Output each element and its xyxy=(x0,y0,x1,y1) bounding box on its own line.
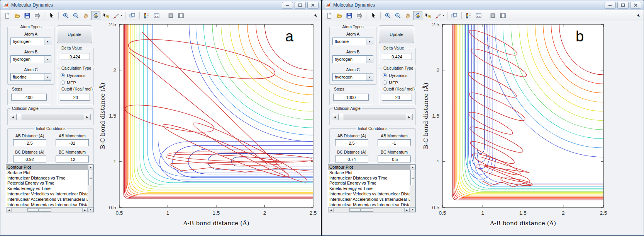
cutoff-field[interactable]: -20 xyxy=(60,94,90,101)
bc-momentum-field[interactable]: -0.5 xyxy=(378,156,411,162)
minimize-button[interactable] xyxy=(282,2,293,9)
maximize-button[interactable] xyxy=(295,2,306,9)
mep-radio[interactable]: MEP xyxy=(61,80,85,86)
list-item[interactable]: Internuclear Momenta vs Internuclear Dis… xyxy=(6,202,88,207)
save-icon[interactable] xyxy=(344,11,354,20)
data-cursor-icon[interactable] xyxy=(423,11,432,20)
open-file-icon[interactable] xyxy=(334,11,344,20)
mep-radio[interactable]: MEP xyxy=(383,80,407,86)
vertical-scrollbar-thumb[interactable] xyxy=(410,170,415,185)
hide-plot-tools-icon[interactable] xyxy=(488,11,498,20)
slider-thumb[interactable] xyxy=(338,114,344,120)
ab-momentum-field[interactable]: -02 xyxy=(56,139,89,146)
scroll-left-icon[interactable]: ◀ xyxy=(328,208,334,212)
steps-field[interactable]: 400 xyxy=(11,94,47,101)
delta-value-field[interactable]: 0.424 xyxy=(60,53,90,60)
dynamics-radio[interactable]: Dynamics xyxy=(61,72,85,78)
collision-angle-slider[interactable]: ◀ ▶ xyxy=(332,114,413,120)
horizontal-scrollbar-thumb[interactable] xyxy=(27,208,51,212)
minimize-button[interactable] xyxy=(605,2,616,9)
plot-type-listbox[interactable]: Contour PlotSurface PlotInternuclear Dis… xyxy=(328,164,416,212)
list-item[interactable]: Surface Plot xyxy=(328,170,410,176)
vertical-scrollbar-track[interactable] xyxy=(88,186,93,207)
contour-plot[interactable]: 0.511.522.50.511.522.5A-B bond distance … xyxy=(97,21,321,236)
scroll-left-icon[interactable]: ◀ xyxy=(6,208,12,212)
scroll-down-icon[interactable]: ▼ xyxy=(410,207,415,212)
update-button[interactable]: Update xyxy=(57,26,92,43)
pan-icon[interactable] xyxy=(403,11,412,20)
chevron-down-icon[interactable]: ▼ xyxy=(366,38,373,45)
list-item[interactable]: Internuclear Distances vs Time xyxy=(328,176,410,181)
scroll-right-icon[interactable]: ▶ xyxy=(82,208,88,212)
link-plots-icon[interactable] xyxy=(128,11,137,20)
horizontal-scrollbar[interactable]: ◀ ▶ xyxy=(328,207,410,212)
vertical-scrollbar[interactable]: ▲ ▼ xyxy=(410,165,415,212)
show-plot-tools-icon[interactable] xyxy=(176,11,186,20)
show-plot-tools-icon[interactable] xyxy=(498,11,508,20)
open-file-icon[interactable] xyxy=(12,11,22,20)
list-item[interactable]: Internuclear Momenta vs Internuclear Dis… xyxy=(328,202,410,207)
close-button[interactable] xyxy=(630,2,641,9)
list-item[interactable]: Surface Plot xyxy=(6,170,88,176)
list-item[interactable]: Internuclear Velocities vs Internuclear … xyxy=(328,192,410,197)
scroll-right-icon[interactable]: ▶ xyxy=(404,208,410,212)
hide-plot-tools-icon[interactable] xyxy=(166,11,176,20)
list-item[interactable]: Contour Plot xyxy=(328,165,410,170)
list-item[interactable]: Kinetic Energy vs Time xyxy=(6,186,88,192)
slider-left-arrow-icon[interactable]: ◀ xyxy=(332,114,339,120)
vertical-scrollbar-thumb[interactable] xyxy=(88,170,93,185)
list-item[interactable]: Internuclear Accelerations vs Internucle… xyxy=(328,197,410,202)
vertical-scrollbar-track[interactable] xyxy=(410,186,415,207)
slider-track[interactable] xyxy=(344,114,406,120)
insert-legend-icon[interactable] xyxy=(474,11,483,20)
dynamics-radio[interactable]: Dynamics xyxy=(383,72,407,78)
ab-distance-field[interactable]: 2.5 xyxy=(13,139,46,146)
bc-momentum-field[interactable]: -12 xyxy=(56,156,89,162)
new-file-icon[interactable] xyxy=(324,11,334,20)
rotate-3d-icon[interactable] xyxy=(413,11,422,20)
list-item[interactable]: Potential Energy vs Time xyxy=(6,181,88,186)
zoom-in-icon[interactable] xyxy=(383,11,392,20)
pointer-icon[interactable] xyxy=(369,11,378,20)
cutoff-field[interactable]: -20 xyxy=(382,94,412,101)
update-button[interactable]: Update xyxy=(379,26,414,43)
titlebar[interactable]: Molecular Dynamics xyxy=(0,0,321,10)
collision-angle-slider[interactable]: ◀ ▶ xyxy=(10,114,91,120)
pointer-icon[interactable] xyxy=(47,11,56,20)
slider-track[interactable] xyxy=(22,114,84,120)
rotate-3d-icon[interactable] xyxy=(91,11,100,20)
bc-distance-field[interactable]: 0.74 xyxy=(335,156,368,162)
scroll-down-icon[interactable]: ▼ xyxy=(88,207,93,212)
horizontal-scrollbar-track[interactable] xyxy=(12,208,27,212)
scroll-up-icon[interactable]: ▲ xyxy=(410,165,415,169)
plot-area[interactable]: 0.511.522.50.511.522.5A-B bond distance … xyxy=(419,21,644,235)
bc-distance-field[interactable]: 0.92 xyxy=(13,156,46,162)
print-icon[interactable] xyxy=(354,11,364,20)
steps-field[interactable]: 1000 xyxy=(333,94,369,101)
new-file-icon[interactable] xyxy=(2,11,12,20)
atom-b-dropdown[interactable]: hydrogen ▼ xyxy=(10,55,51,63)
zoom-in-icon[interactable] xyxy=(61,11,70,20)
atom-c-dropdown[interactable]: fluorine ▼ xyxy=(10,73,51,81)
slider-left-arrow-icon[interactable]: ◀ xyxy=(10,114,17,120)
chevron-down-icon[interactable]: ▼ xyxy=(44,56,51,63)
chevron-down-icon[interactable]: ▼ xyxy=(366,56,373,63)
chevron-down-icon[interactable]: ▼ xyxy=(44,74,51,80)
insert-colorbar-icon[interactable] xyxy=(464,11,473,20)
list-item[interactable]: Internuclear Velocities vs Internuclear … xyxy=(6,192,88,197)
horizontal-scrollbar-track[interactable] xyxy=(334,208,349,212)
save-icon[interactable] xyxy=(22,11,32,20)
insert-colorbar-icon[interactable] xyxy=(142,11,151,20)
horizontal-scrollbar-track[interactable] xyxy=(52,208,82,212)
horizontal-scrollbar[interactable]: ◀ ▶ xyxy=(6,207,88,212)
atom-a-dropdown[interactable]: hydrogen ▼ xyxy=(10,38,51,45)
brush-dropdown-caret-icon[interactable]: ▼ xyxy=(120,14,123,17)
chevron-down-icon[interactable]: ▼ xyxy=(44,38,51,45)
pan-icon[interactable] xyxy=(81,11,90,20)
chevron-down-icon[interactable]: ▼ xyxy=(366,74,373,80)
slider-right-arrow-icon[interactable]: ▶ xyxy=(84,114,91,120)
brush-dropdown-caret-icon[interactable]: ▼ xyxy=(442,14,445,17)
ab-distance-field[interactable]: 2.5 xyxy=(335,139,368,146)
toolbar-overflow-arrow-icon[interactable]: ➤ xyxy=(636,12,641,19)
slider-right-arrow-icon[interactable]: ▶ xyxy=(406,114,413,120)
